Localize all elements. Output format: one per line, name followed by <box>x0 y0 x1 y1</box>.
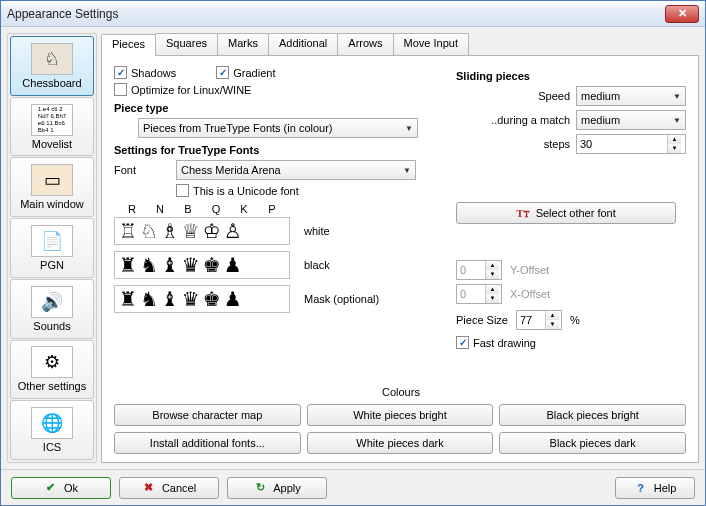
label-during-match: ..during a match <box>491 114 570 126</box>
sidebar-item-main-window[interactable]: ▭ Main window <box>10 157 94 217</box>
select-speed[interactable]: medium▼ <box>576 86 686 106</box>
label-steps: steps <box>544 138 570 150</box>
sidebar-item-chessboard[interactable]: ♘ Chessboard <box>10 36 94 96</box>
pgn-icon: 📄 <box>31 225 73 257</box>
select-during-match[interactable]: medium▼ <box>576 110 686 130</box>
tab-move-input[interactable]: Move Input <box>393 33 469 55</box>
piece-preview-black: ♜♞♝♛♚♟ <box>114 251 290 279</box>
label-sliding-pieces: Sliding pieces <box>456 70 686 82</box>
piece-preview-white: ♖♘♗♕♔♙ <box>114 217 290 245</box>
window-icon: ▭ <box>31 164 73 196</box>
tab-arrows[interactable]: Arrows <box>337 33 393 55</box>
spin-y-offset[interactable]: ▲▼ <box>456 260 502 280</box>
tab-panel-pieces: ✓Shadows ✓Gradient Optimize for Linux/WI… <box>101 55 699 463</box>
cancel-button[interactable]: ✖Cancel <box>119 477 219 499</box>
select-piece-type[interactable]: Pieces from TrueType Fonts (in colour)▼ <box>138 118 418 138</box>
globe-icon: 🌐 <box>31 407 73 439</box>
label-piece-size: Piece Size <box>456 314 508 326</box>
button-select-other-font[interactable]: Tᴛ Select other font <box>456 202 676 224</box>
sounds-icon: 🔊 <box>31 286 73 318</box>
label-x-offset: X-Offset <box>510 288 550 300</box>
spin-down-icon[interactable]: ▼ <box>667 144 681 153</box>
tab-pieces[interactable]: Pieces <box>101 34 156 56</box>
spin-piece-size[interactable]: ▲▼ <box>516 310 562 330</box>
checkbox-unicode-font[interactable]: This is a Unicode font <box>176 184 299 197</box>
sidebar-item-sounds[interactable]: 🔊 Sounds <box>10 279 94 339</box>
label-white: white <box>304 225 330 237</box>
label-percent: % <box>570 314 580 326</box>
label-mask: Mask (optional) <box>304 293 379 305</box>
help-icon: ? <box>634 482 648 494</box>
check-icon: ✔ <box>44 481 58 494</box>
button-install-fonts[interactable]: Install additional fonts... <box>114 432 301 454</box>
button-black-dark[interactable]: Black pieces dark <box>499 432 686 454</box>
piece-column-headers: RNBQKP <box>114 203 290 215</box>
label-colours: Colours <box>382 386 420 398</box>
spin-x-offset[interactable]: ▲▼ <box>456 284 502 304</box>
chevron-down-icon: ▼ <box>405 124 413 133</box>
spin-up-icon[interactable]: ▲ <box>667 135 681 144</box>
checkbox-optimize-linux[interactable]: Optimize for Linux/WINE <box>114 83 251 96</box>
movelist-icon: 1.e4 c6 2Nd7 6.Bh7e6 11.Bc6Bb4 1 <box>31 104 73 136</box>
window-close-button[interactable]: ✕ <box>665 5 699 23</box>
category-sidebar: ♘ Chessboard 1.e4 c6 2Nd7 6.Bh7e6 11.Bc6… <box>7 33 97 463</box>
gear-icon: ⚙ <box>31 346 73 378</box>
checkbox-fast-drawing[interactable]: ✓Fast drawing <box>456 336 536 349</box>
label-y-offset: Y-Offset <box>510 264 549 276</box>
help-button[interactable]: ?Help <box>615 477 695 499</box>
checkbox-shadows[interactable]: ✓Shadows <box>114 66 176 79</box>
chessboard-icon: ♘ <box>31 43 73 75</box>
label-black: black <box>304 259 330 271</box>
label-speed: Speed <box>538 90 570 102</box>
checkbox-gradient[interactable]: ✓Gradient <box>216 66 275 79</box>
sidebar-item-ics[interactable]: 🌐 ICS <box>10 400 94 460</box>
button-black-bright[interactable]: Black pieces bright <box>499 404 686 426</box>
tabstrip: Pieces Squares Marks Additional Arrows M… <box>101 33 699 55</box>
tab-marks[interactable]: Marks <box>217 33 269 55</box>
tab-squares[interactable]: Squares <box>155 33 218 55</box>
chevron-down-icon: ▼ <box>673 92 681 101</box>
refresh-icon: ↻ <box>253 481 267 494</box>
chevron-down-icon: ▼ <box>673 116 681 125</box>
cross-icon: ✖ <box>142 481 156 494</box>
sidebar-item-other-settings[interactable]: ⚙ Other settings <box>10 340 94 400</box>
chevron-down-icon: ▼ <box>403 166 411 175</box>
font-icon: Tᴛ <box>516 207 529 220</box>
tab-additional[interactable]: Additional <box>268 33 338 55</box>
sidebar-item-movelist[interactable]: 1.e4 c6 2Nd7 6.Bh7e6 11.Bc6Bb4 1 Movelis… <box>10 97 94 157</box>
ok-button[interactable]: ✔Ok <box>11 477 111 499</box>
label-font: Font <box>114 164 170 176</box>
piece-preview-mask: ♜♞♝♛♚♟ <box>114 285 290 313</box>
select-font[interactable]: Chess Merida Arena▼ <box>176 160 416 180</box>
button-white-bright[interactable]: White pieces bright <box>307 404 494 426</box>
spin-steps[interactable]: ▲▼ <box>576 134 686 154</box>
sidebar-item-pgn[interactable]: 📄 PGN <box>10 218 94 278</box>
window-title: Appearance Settings <box>7 7 665 21</box>
button-white-dark[interactable]: White pieces dark <box>307 432 494 454</box>
apply-button[interactable]: ↻Apply <box>227 477 327 499</box>
button-browse-char-map[interactable]: Browse character map <box>114 404 301 426</box>
